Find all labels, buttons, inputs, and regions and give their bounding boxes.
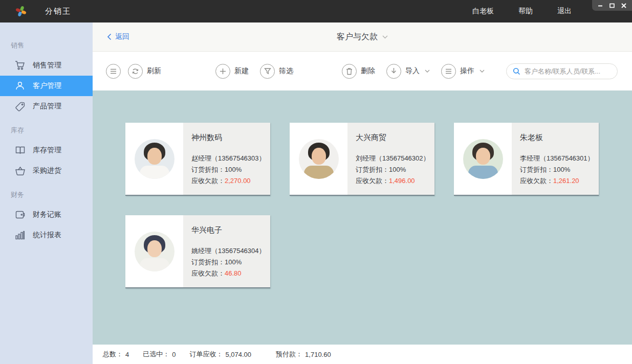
page-title[interactable]: 客户与欠款 bbox=[337, 32, 378, 42]
sidebar-item-purchasing[interactable]: 采购进货 bbox=[0, 161, 93, 181]
minimize-icon[interactable] bbox=[597, 3, 604, 9]
customer-company: 朱老板 bbox=[520, 133, 599, 143]
avatar bbox=[299, 139, 339, 179]
help-link[interactable]: 帮助 bbox=[518, 7, 533, 16]
customer-contact: 李经理（13567546301） bbox=[520, 153, 599, 164]
customer-company: 华兴电子 bbox=[191, 225, 270, 235]
search-box[interactable] bbox=[506, 63, 618, 79]
customer-company: 神州数码 bbox=[191, 133, 270, 143]
import-button[interactable]: 导入 bbox=[386, 64, 430, 79]
sidebar-section-inventory: 库存 bbox=[0, 117, 93, 140]
customer-card[interactable]: 华兴电子 姚经理（13567546304） 订货折扣：100% 应收欠款：46.… bbox=[125, 215, 270, 288]
sidebar-item-label: 统计报表 bbox=[33, 231, 61, 240]
search-input[interactable] bbox=[525, 67, 611, 75]
book-icon bbox=[14, 146, 26, 155]
customer-card-grid: 神州数码 赵经理（13567546303） 订货折扣：100% 应收欠款：2,2… bbox=[93, 90, 632, 345]
sidebar: 销售 销售管理 客户管理 bbox=[0, 22, 93, 364]
menu-icon bbox=[441, 64, 456, 79]
main-panel: 返回 客户与欠款 bbox=[93, 22, 632, 364]
topbar: 分销王 白老板 帮助 退出 bbox=[0, 0, 632, 22]
sidebar-item-inventory-management[interactable]: 库存管理 bbox=[0, 140, 93, 161]
customer-contact: 赵经理（13567546303） bbox=[191, 153, 270, 164]
status-total: 总数：4 bbox=[103, 350, 129, 359]
status-selected: 已选中：0 bbox=[143, 350, 176, 359]
customer-contact: 姚经理（13567546304） bbox=[191, 245, 270, 257]
sidebar-item-label: 财务记账 bbox=[33, 210, 61, 219]
chevron-left-icon bbox=[107, 33, 112, 40]
customer-debt: 应收欠款：46.80 bbox=[191, 268, 270, 279]
customer-photo bbox=[125, 123, 183, 195]
new-label: 新建 bbox=[234, 66, 249, 76]
pinwheel-icon bbox=[14, 5, 28, 18]
customer-discount: 订货折扣：100% bbox=[191, 164, 270, 175]
filter-button[interactable]: 筛选 bbox=[260, 64, 293, 79]
download-icon bbox=[386, 64, 401, 79]
chevron-down-icon[interactable] bbox=[382, 35, 388, 39]
funnel-icon bbox=[260, 64, 275, 79]
sidebar-section-finance: 财务 bbox=[0, 181, 93, 204]
filter-label: 筛选 bbox=[279, 66, 293, 76]
customer-photo bbox=[290, 123, 347, 195]
sidebar-item-label: 采购进货 bbox=[33, 166, 61, 175]
sidebar-item-label: 销售管理 bbox=[33, 61, 61, 70]
maximize-icon[interactable] bbox=[608, 3, 616, 9]
sidebar-item-label: 产品管理 bbox=[33, 102, 61, 111]
customer-debt: 应收欠款：1,261.20 bbox=[520, 175, 599, 187]
status-bar: 总数：4 已选中：0 订单应收：5,074.00 预付款：1,710.60 bbox=[93, 345, 632, 364]
menu-icon bbox=[106, 64, 121, 79]
customer-card[interactable]: 神州数码 赵经理（13567546303） 订货折扣：100% 应收欠款：2,2… bbox=[125, 123, 270, 196]
current-user-link[interactable]: 白老板 bbox=[472, 7, 494, 16]
sidebar-item-sales-management[interactable]: 销售管理 bbox=[0, 55, 93, 76]
sidebar-section-sales: 销售 bbox=[0, 32, 93, 55]
refresh-button[interactable]: 刷新 bbox=[128, 64, 161, 79]
avatar bbox=[135, 232, 175, 271]
close-icon[interactable] bbox=[620, 3, 627, 9]
avatar bbox=[463, 139, 503, 179]
app-title: 分销王 bbox=[45, 7, 71, 16]
app-window: 分销王 白老板 帮助 退出 销售 bbox=[0, 0, 632, 364]
sidebar-item-customer-management[interactable]: 客户管理 bbox=[0, 76, 93, 96]
customer-discount: 订货折扣：100% bbox=[356, 164, 434, 175]
chevron-down-icon bbox=[425, 70, 430, 73]
customer-discount: 订货折扣：100% bbox=[191, 257, 270, 268]
import-label: 导入 bbox=[405, 66, 420, 76]
customer-photo bbox=[125, 215, 183, 287]
sidebar-item-bookkeeping[interactable]: 财务记账 bbox=[0, 204, 93, 225]
customer-debt: 应收欠款：1,496.00 bbox=[356, 175, 434, 187]
new-button[interactable]: 新建 bbox=[215, 64, 249, 79]
search-icon bbox=[513, 67, 520, 75]
avatar bbox=[135, 139, 175, 179]
refresh-icon bbox=[128, 64, 143, 79]
list-menu-button[interactable] bbox=[106, 64, 121, 79]
actions-label: 操作 bbox=[460, 66, 474, 76]
sidebar-item-product-management[interactable]: 产品管理 bbox=[0, 96, 93, 117]
customer-contact: 刘经理（13567546302） bbox=[356, 153, 434, 164]
status-receivable: 订单应收：5,074.00 bbox=[189, 350, 251, 359]
user-icon bbox=[14, 81, 26, 91]
window-controls bbox=[592, 0, 632, 11]
refresh-label: 刷新 bbox=[147, 66, 161, 76]
wallet-icon bbox=[14, 210, 26, 219]
plus-icon bbox=[215, 64, 230, 79]
actions-button[interactable]: 操作 bbox=[441, 64, 485, 79]
sidebar-item-reports[interactable]: 统计报表 bbox=[0, 225, 93, 245]
delete-button[interactable]: 删除 bbox=[342, 64, 375, 79]
back-button[interactable]: 返回 bbox=[107, 32, 129, 41]
cart-icon bbox=[14, 60, 26, 71]
chevron-down-icon bbox=[480, 70, 485, 73]
trash-icon bbox=[342, 64, 357, 79]
customer-card[interactable]: 朱老板 李经理（13567546301） 订货折扣：100% 应收欠款：1,26… bbox=[454, 123, 599, 196]
delete-label: 删除 bbox=[361, 66, 375, 76]
sidebar-item-label: 客户管理 bbox=[33, 81, 61, 90]
customer-discount: 订货折扣：100% bbox=[520, 164, 599, 175]
back-label: 返回 bbox=[115, 32, 129, 41]
sidebar-item-label: 库存管理 bbox=[33, 146, 61, 155]
customer-company: 大兴商贸 bbox=[356, 133, 434, 143]
bar-chart-icon bbox=[14, 231, 26, 240]
toolbar: 刷新 新建 筛选 bbox=[93, 52, 632, 90]
customer-photo bbox=[454, 123, 512, 195]
customer-debt: 应收欠款：2,270.00 bbox=[191, 175, 270, 187]
status-prepaid: 预付款：1,710.60 bbox=[276, 350, 331, 359]
customer-card[interactable]: 大兴商贸 刘经理（13567546302） 订货折扣：100% 应收欠款：1,4… bbox=[290, 123, 434, 196]
logout-link[interactable]: 退出 bbox=[557, 7, 572, 16]
